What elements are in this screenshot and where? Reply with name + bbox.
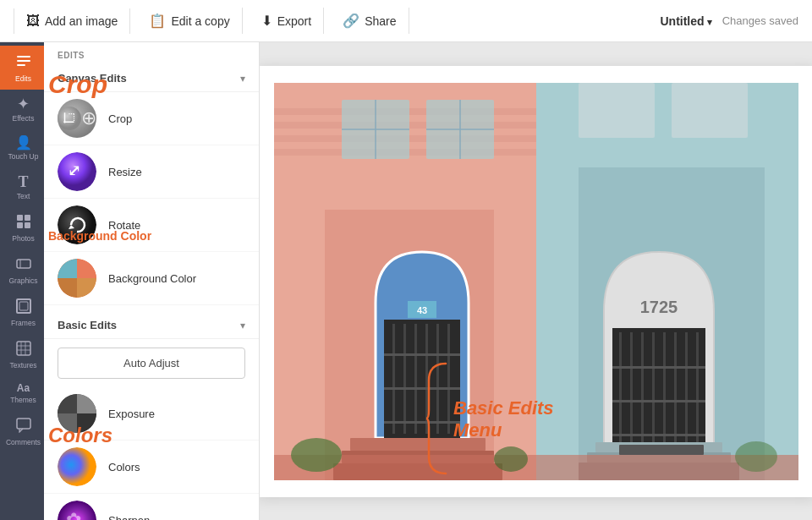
svg-rect-52	[384, 387, 460, 390]
svg-rect-10	[19, 302, 28, 310]
svg-rect-68	[612, 434, 705, 436]
svg-rect-77	[672, 83, 748, 138]
svg-rect-6	[25, 222, 30, 228]
nav-item-textures[interactable]: Textures	[0, 334, 44, 376]
svg-rect-48	[425, 324, 428, 434]
nav-label-themes: Themes	[10, 396, 36, 404]
nav-item-comments[interactable]: Comments	[0, 411, 44, 453]
nav-item-touch-up[interactable]: 👤 Touch Up	[0, 129, 44, 167]
svg-rect-11	[17, 342, 30, 355]
canvas-image: 43	[274, 83, 798, 480]
svg-rect-50	[447, 324, 450, 434]
nav-label-frames: Frames	[11, 319, 36, 327]
svg-point-24	[58, 205, 96, 244]
svg-text:✿: ✿	[66, 509, 81, 520]
graphics-icon	[16, 256, 31, 274]
svg-rect-9	[17, 299, 30, 313]
basic-edits-title: Basic Edits	[58, 319, 117, 331]
svg-rect-67	[612, 400, 705, 402]
crop-icon	[58, 99, 96, 138]
background-color-icon	[58, 259, 96, 298]
add-image-button[interactable]: 🖼 Add an image	[14, 8, 130, 34]
svg-rect-60	[641, 332, 644, 442]
nav-label-graphics: Graphics	[8, 276, 37, 285]
share-button[interactable]: 🔗 Share	[331, 8, 409, 34]
doc-title[interactable]: Untitled	[660, 14, 711, 28]
export-label: Export	[277, 14, 311, 28]
svg-rect-78	[350, 438, 486, 451]
svg-text:⤢: ⤢	[68, 162, 80, 179]
svg-rect-57	[612, 328, 705, 446]
svg-rect-2	[17, 64, 25, 66]
changes-saved: Changes saved	[722, 14, 798, 27]
canvas-edits-title: Canvas Edits	[58, 72, 127, 85]
svg-rect-16	[17, 419, 30, 429]
svg-rect-65	[696, 332, 699, 442]
export-button[interactable]: ⬇ Export	[250, 8, 324, 34]
basic-edits-chevron: ▾	[240, 320, 245, 331]
canvas-edits-chevron: ▾	[240, 73, 245, 85]
themes-icon: Aa	[17, 383, 30, 393]
nav-item-themes[interactable]: Aa Themes	[0, 376, 44, 411]
effects-icon: ✦	[17, 96, 30, 112]
svg-rect-47	[414, 324, 417, 434]
icon-nav: Edits ✦ Effects 👤 Touch Up T Text Photos	[0, 42, 44, 520]
share-icon: 🔗	[343, 13, 359, 29]
nav-label-photos: Photos	[12, 234, 34, 243]
resize-label: Resize	[108, 166, 142, 178]
nav-item-photos[interactable]: Photos	[0, 207, 44, 249]
colors-label: Colors	[108, 461, 140, 473]
edit-copy-button[interactable]: 📋 Edit a copy	[137, 8, 242, 34]
nav-item-effects[interactable]: ✦ Effects	[0, 90, 44, 129]
nav-label-text: Text	[17, 192, 30, 200]
svg-rect-0	[17, 56, 30, 57]
basic-edits-header[interactable]: Basic Edits ▾	[44, 310, 259, 339]
nav-item-text[interactable]: T Text	[0, 167, 44, 207]
resize-item[interactable]: ⤢ Resize	[44, 145, 259, 199]
svg-rect-59	[630, 332, 633, 442]
svg-rect-58	[619, 332, 622, 442]
sharpen-icon: ✿	[58, 501, 96, 520]
svg-rect-5	[17, 222, 23, 228]
svg-text:1725: 1725	[639, 298, 678, 316]
rotate-label: Rotate	[108, 219, 140, 232]
colors-item[interactable]: Colors	[44, 441, 259, 494]
crop-label: Crop	[108, 112, 132, 125]
svg-rect-61	[652, 332, 655, 442]
add-image-icon: 🖼	[26, 14, 40, 29]
photos-icon	[16, 214, 31, 232]
edit-copy-label: Edit a copy	[171, 14, 229, 28]
topbar-right: Untitled Changes saved	[660, 14, 798, 28]
side-panel: EDITS Canvas Edits ▾	[44, 42, 260, 520]
exposure-label: Exposure	[108, 408, 155, 420]
svg-rect-4	[25, 215, 30, 221]
rotate-icon	[58, 205, 96, 244]
sharpen-item[interactable]: ✿ Sharpen	[44, 494, 259, 520]
svg-text:43: 43	[416, 305, 426, 315]
exposure-item[interactable]: Exposure	[44, 387, 259, 441]
background-color-item[interactable]: Background Color	[44, 252, 259, 305]
svg-rect-53	[384, 421, 460, 424]
comments-icon	[16, 418, 31, 435]
canvas-edits-header[interactable]: Canvas Edits ▾	[44, 63, 259, 92]
canvas-area: 43	[260, 42, 812, 520]
crop-item[interactable]: Crop	[44, 92, 259, 145]
svg-point-32	[58, 394, 96, 433]
nav-item-graphics[interactable]: Graphics	[0, 249, 44, 292]
svg-rect-84	[274, 455, 798, 480]
svg-rect-46	[403, 324, 406, 434]
edits-icon	[15, 52, 32, 72]
share-label: Share	[365, 14, 396, 28]
sharpen-label: Sharpen	[108, 514, 150, 521]
rotate-item[interactable]: Rotate	[44, 199, 259, 252]
nav-item-edits[interactable]: Edits	[0, 46, 44, 90]
background-color-label: Background Color	[108, 272, 196, 285]
canvas-image-wrapper: 43	[260, 66, 812, 497]
topbar-actions: 🖼 Add an image 📋 Edit a copy ⬇ Export 🔗 …	[14, 8, 409, 34]
auto-adjust-button[interactable]: Auto Adjust	[58, 348, 245, 379]
nav-item-frames[interactable]: Frames	[0, 292, 44, 334]
frames-icon	[16, 298, 31, 316]
nav-label-edits: Edits	[15, 74, 31, 83]
colors-icon	[58, 447, 96, 486]
topbar: 🖼 Add an image 📋 Edit a copy ⬇ Export 🔗 …	[0, 0, 812, 42]
